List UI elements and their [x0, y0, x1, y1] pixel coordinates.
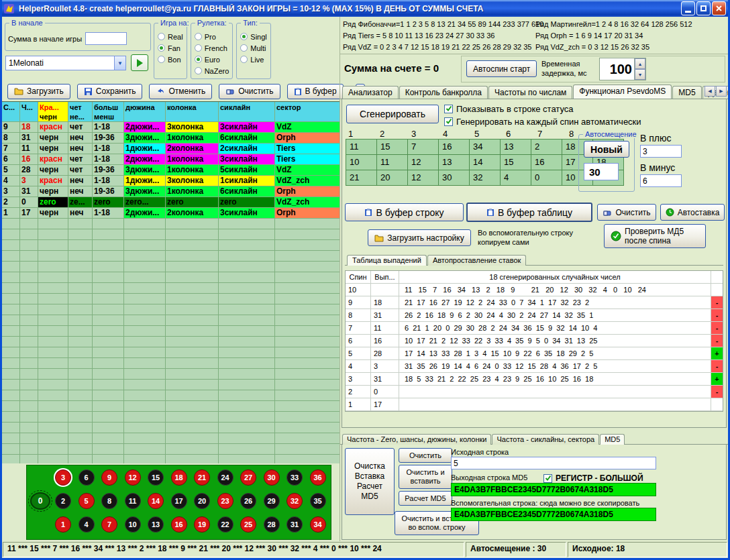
- tab-freq-1[interactable]: Частота - сиклайны, сектора: [492, 434, 599, 445]
- board-number-29[interactable]: 29: [264, 493, 280, 509]
- ps-grid-cell[interactable]: 0: [531, 170, 562, 186]
- board-number-11[interactable]: 11: [125, 493, 141, 509]
- drop-row[interactable]: 1011 15 7 16 34 13 2 18 9 21 20 12 30 32…: [346, 284, 723, 296]
- board-number-24[interactable]: 24: [217, 469, 233, 486]
- board-number-16[interactable]: 16: [171, 516, 187, 533]
- md5-calc-button[interactable]: Расчет MD5: [399, 491, 452, 506]
- plus-input[interactable]: [640, 145, 682, 158]
- ps-grid-cell[interactable]: 15: [500, 154, 531, 170]
- radio-option-real[interactable]: Real: [158, 31, 183, 42]
- history-header-cell[interactable]: Кра...черн: [38, 102, 68, 122]
- board-number-18[interactable]: 18: [171, 469, 187, 486]
- checkbox-show-in-status[interactable]: Показывать в строке статуса: [444, 103, 641, 115]
- board-number-20[interactable]: 20: [194, 493, 210, 509]
- history-header-cell[interactable]: большменш: [93, 102, 124, 122]
- history-row[interactable]: 831черннеч19-363дюжи...1колонка6сиклайнO…: [2, 133, 340, 144]
- board-number-22[interactable]: 22: [217, 516, 233, 533]
- play-button[interactable]: [131, 54, 148, 71]
- ps-grid-cell[interactable]: 7: [407, 139, 439, 155]
- tab-main-2[interactable]: Частоты по числам: [488, 86, 572, 99]
- generate-button[interactable]: Сгенерировать: [346, 105, 439, 123]
- history-row[interactable]: 528чернчет19-363дюжи...1колонка5сиклайнV…: [2, 165, 340, 176]
- history-row[interactable]: 918краснчет1-182дюжи...3колонка3сиклайнV…: [2, 122, 340, 133]
- close-button[interactable]: [712, 1, 726, 15]
- board-number-17[interactable]: 17: [171, 493, 187, 509]
- board-number-2[interactable]: 2: [55, 493, 71, 509]
- tab-drop-0[interactable]: Таблица выпадений: [347, 255, 427, 266]
- ps-grid-cell[interactable]: 13: [438, 154, 470, 170]
- ps-clear-button[interactable]: Очистить: [597, 204, 656, 221]
- history-header-cell[interactable]: четне...: [68, 102, 93, 122]
- tabs-scroll-left-button[interactable]: ◀: [705, 86, 715, 97]
- history-header-cell[interactable]: Ч...: [20, 102, 38, 122]
- board-number-23[interactable]: 23: [217, 493, 233, 509]
- save-button[interactable]: Сохранить: [77, 84, 143, 99]
- md5-clear-insert-button[interactable]: Очистить и вставить: [399, 465, 452, 489]
- drop-row[interactable]: 91821 17 16 27 19 12 2 24 33 0 7 34 1 17…: [346, 296, 723, 309]
- board-number-7[interactable]: 7: [101, 516, 117, 533]
- md5-clear-button[interactable]: Очистить: [399, 448, 452, 463]
- ps-grid-cell[interactable]: 16: [531, 154, 562, 170]
- board-number-15[interactable]: 15: [148, 469, 164, 486]
- ps-grid-cell[interactable]: 30: [438, 170, 470, 186]
- board-number-35[interactable]: 35: [310, 493, 326, 509]
- board-number-4[interactable]: 4: [79, 516, 95, 533]
- clear-button[interactable]: Очистить: [219, 84, 280, 99]
- history-header-cell[interactable]: колонка: [166, 102, 219, 122]
- tab-freq-2[interactable]: MD5: [600, 434, 625, 445]
- history-row[interactable]: 20zeroze...zerozero...zerozeroVdZ_zch: [2, 197, 340, 208]
- undo-button[interactable]: Отменить: [149, 84, 212, 99]
- history-row[interactable]: 331черннеч19-363дюжи...1колонка6сиклайнO…: [2, 186, 340, 197]
- drop-row[interactable]: 83126 2 16 18 9 6 2 30 24 4 30 2 24 27 1…: [346, 309, 723, 322]
- drop-row[interactable]: 52817 14 13 33 28 1 3 4 15 10 9 22 6 35 …: [346, 347, 723, 360]
- ps-grid-cell[interactable]: 4: [500, 170, 531, 186]
- ps-grid-cell[interactable]: 11: [376, 154, 408, 170]
- tab-main-4[interactable]: MD5: [672, 86, 701, 99]
- buffer-row-button[interactable]: В буфер строку: [345, 203, 464, 221]
- md5-aux-field[interactable]: E4DA3B7FBBCE2345D7772B0674A318D5: [451, 508, 656, 521]
- board-number-32[interactable]: 32: [286, 493, 303, 509]
- ps-grid-cell[interactable]: 2: [531, 139, 562, 155]
- check-md5-button[interactable]: Проверить МД5 после спина: [604, 224, 706, 248]
- history-header-cell[interactable]: С...: [2, 102, 20, 122]
- autospin-start-button[interactable]: Автоспин старт: [466, 60, 537, 77]
- autostake-button[interactable]: Автоставка: [660, 204, 725, 221]
- board-number-6[interactable]: 6: [79, 469, 95, 486]
- board-number-33[interactable]: 33: [286, 469, 303, 486]
- start-sum-input[interactable]: [85, 32, 127, 45]
- radio-option-french[interactable]: French: [195, 42, 229, 54]
- autoshift-value[interactable]: 30: [584, 163, 619, 180]
- spinner-down-button[interactable]: ▼: [635, 69, 645, 80]
- maximize-button[interactable]: [696, 1, 711, 15]
- drop-row[interactable]: 4331 35 26 19 14 4 6 24 0 33 12 15 28 4 …: [346, 360, 723, 373]
- tabs-scroll-right-button[interactable]: ▶: [716, 86, 727, 97]
- preset-select[interactable]: 1Melonati ▼: [5, 56, 126, 70]
- ps-grid-cell[interactable]: 11: [346, 139, 377, 155]
- tab-main-3[interactable]: Функционал PsevdoMS: [573, 85, 672, 99]
- board-number-25[interactable]: 25: [240, 516, 256, 533]
- board-number-12[interactable]: 12: [125, 469, 141, 486]
- radio-option-fan[interactable]: Fan: [158, 42, 183, 54]
- ps-grid-cell[interactable]: 10: [346, 154, 377, 170]
- board-number-8[interactable]: 8: [101, 493, 117, 509]
- tab-main-1[interactable]: Контроль банкролла: [399, 86, 488, 99]
- ps-grid-cell[interactable]: 13: [500, 139, 531, 155]
- radio-option-multi[interactable]: Multi: [240, 42, 266, 54]
- radio-option-live[interactable]: Live: [240, 54, 266, 65]
- ps-grid-cell[interactable]: 12: [407, 154, 439, 170]
- new-button[interactable]: Новый: [584, 141, 629, 158]
- dropdown-arrow-icon[interactable]: ▼: [114, 56, 125, 70]
- history-header-cell[interactable]: сектор: [275, 102, 340, 122]
- radio-option-bon[interactable]: Bon: [158, 54, 183, 65]
- board-number-27[interactable]: 27: [240, 469, 256, 486]
- board-number-26[interactable]: 26: [240, 493, 256, 509]
- board-number-9[interactable]: 9: [101, 469, 117, 486]
- board-number-31[interactable]: 31: [286, 516, 303, 533]
- board-number-21[interactable]: 21: [194, 469, 210, 486]
- md5-source-input[interactable]: [451, 457, 656, 469]
- radio-option-euro[interactable]: Euro: [195, 54, 229, 65]
- board-number-19[interactable]: 19: [194, 516, 210, 533]
- md5-big-button[interactable]: Очистка Вставка Расчет MD5: [345, 448, 395, 515]
- tab-freq-0[interactable]: Частота - Zero, шансы, дюжины, колонки: [342, 434, 491, 445]
- drop-row[interactable]: 117: [346, 398, 723, 411]
